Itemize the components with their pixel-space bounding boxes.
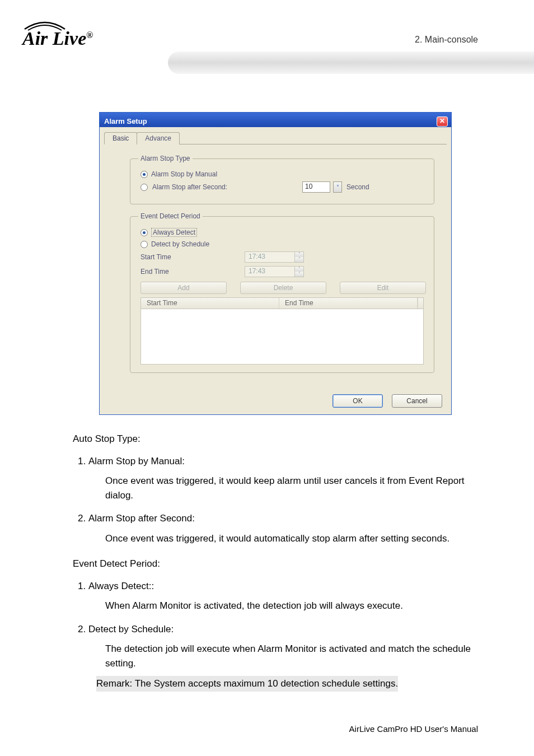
chevron-down-icon[interactable]: ˅ [295,257,303,262]
tab-panel-basic: Alarm Stop Type Alarm Stop by Manual Ala… [104,144,447,386]
item-title: Detect by Schedule: [88,624,174,634]
group-event-detect-period: Event Detect Period Always Detect Detect… [130,212,434,373]
tab-advance[interactable]: Advance [137,132,180,144]
chevron-down-icon[interactable]: ˅ [333,181,342,193]
radio-icon [140,171,148,178]
page-header: Air Live® 2. Main-console [0,0,534,73]
page-footer: AirLive CamPro HD User's Manual [349,724,478,734]
radio-detect-by-schedule[interactable]: Detect by Schedule [140,240,426,248]
chevron-up-icon[interactable]: ˄ [295,252,303,257]
row-end-time: End Time 17:43 ˄ ˅ [140,266,426,277]
dialog-titlebar: Alarm Setup ✕ [100,113,451,127]
list-item: Alarm Stop by Manual: Once event was tri… [88,454,478,503]
col-spacer [418,298,423,309]
chevron-down-icon[interactable]: ˅ [295,272,303,277]
radio-label: Alarm Stop by Manual [151,170,217,178]
alarm-setup-dialog: Alarm Setup ✕ Basic Advance Alarm Stop T… [99,112,452,415]
list-header: Start Time End Time [141,298,423,309]
heading-auto-stop: Auto Stop Type: [73,432,478,446]
schedule-list[interactable]: Start Time End Time [140,297,424,365]
item-title: Alarm Stop by Manual: [88,456,185,466]
end-time-label: End Time [140,268,241,276]
radio-label: Alarm Stop after Second: [152,183,298,191]
row-start-time: Start Time 17:43 ˄ ˅ [140,251,426,263]
header-band [168,52,534,74]
list-item: Alarm Stop after Second: Once event was … [88,511,478,545]
seconds-unit-label: Second [346,183,369,191]
tab-strip: Basic Advance [104,132,447,144]
remark-text: Remark: The System accepts maximum 10 de… [96,676,398,692]
document-body: Auto Stop Type: Alarm Stop by Manual: On… [73,432,478,692]
list-item: Always Detect:: When Alarm Monitor is ac… [88,579,478,613]
brand-logo: Air Live® [22,28,93,49]
ok-button[interactable]: OK [332,394,383,408]
radio-icon [140,229,148,236]
radio-label: Detect by Schedule [151,240,209,248]
start-time-label: Start Time [140,253,241,261]
schedule-button-row: Add Delete Edit [140,282,426,294]
seconds-input[interactable]: 10 [302,181,330,193]
heading-event-detect: Event Detect Period: [73,557,478,571]
col-start-time[interactable]: Start Time [141,298,279,309]
dialog-footer: OK Cancel [100,391,451,414]
delete-button[interactable]: Delete [240,282,326,294]
item-body: Once event was triggered, it would keep … [105,474,478,502]
group-alarm-stop-type: Alarm Stop Type Alarm Stop by Manual Ala… [130,155,434,204]
radio-icon [140,241,148,248]
radio-stop-manual[interactable]: Alarm Stop by Manual [140,170,426,178]
col-end-time[interactable]: End Time [279,298,418,309]
list-item: Detect by Schedule: The detection job wi… [88,622,478,692]
item-body: The detection job will execute when Alar… [105,642,478,670]
item-title: Alarm Stop after Second: [88,513,195,524]
logo-registered: ® [86,30,93,40]
header-section-ref: 2. Main-console [415,35,478,45]
end-time-value[interactable]: 17:43 [245,266,295,277]
cancel-button[interactable]: Cancel [392,394,442,408]
start-time-value[interactable]: 17:43 [245,251,295,263]
add-button[interactable]: Add [140,282,227,294]
dialog-title: Alarm Setup [104,117,147,125]
close-icon[interactable]: ✕ [437,116,448,127]
tab-basic[interactable]: Basic [104,132,137,144]
item-body: Once event was triggered, it would autom… [105,531,478,546]
radio-always-detect[interactable]: Always Detect [140,228,426,237]
end-time-spinner[interactable]: 17:43 ˄ ˅ [245,266,304,277]
group-legend-alarm-stop: Alarm Stop Type [138,155,193,162]
logo-text: Air Live [22,28,86,49]
start-time-spinner[interactable]: 17:43 ˄ ˅ [245,251,304,263]
group-legend-event-detect: Event Detect Period [138,212,203,220]
chevron-up-icon[interactable]: ˄ [295,267,303,272]
radio-label: Always Detect [151,228,197,237]
edit-button[interactable]: Edit [340,282,426,294]
item-body: When Alarm Monitor is activated, the det… [105,599,478,613]
item-title: Always Detect:: [88,581,154,591]
radio-icon [140,184,148,191]
radio-stop-after-second[interactable]: Alarm Stop after Second: 10 ˅ Second [140,181,426,193]
